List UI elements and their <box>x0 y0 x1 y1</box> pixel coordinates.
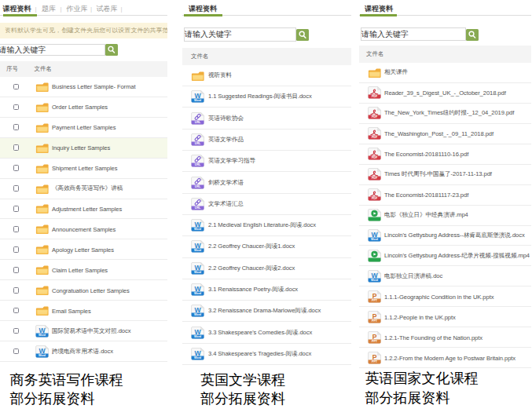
table-row[interactable]: WWord1.1 Suggested Readings-阅读书目.docx <box>182 86 351 108</box>
table-row[interactable]: WWord跨境电商常用术语.docx <box>0 341 167 362</box>
file-name[interactable]: Claim Letter Samples <box>52 266 108 273</box>
tab-question-bank[interactable]: 题库 <box>42 5 56 13</box>
table-row[interactable]: Email Samples <box>0 301 167 321</box>
table-row[interactable]: PDFThe Economist-20181117-23.pdf <box>359 185 531 206</box>
row-checkbox[interactable] <box>13 226 20 232</box>
table-row[interactable]: PPPT1.1.2-People in the UK.pptx <box>359 307 531 327</box>
tab-exam-bank[interactable]: 试卷库 <box>97 5 118 13</box>
table-row[interactable]: URL英语诗歌协会 <box>182 108 351 129</box>
row-checkbox[interactable] <box>13 246 20 253</box>
row-checkbox[interactable] <box>13 287 20 294</box>
file-name[interactable]: 剑桥文学术语 <box>208 179 244 187</box>
file-name[interactable]: 1.1 Suggested Readings-阅读书目.docx <box>208 93 312 100</box>
tab-course-materials[interactable]: 课程资料 <box>365 5 393 13</box>
table-row[interactable]: PDFThe_New_York_Times纽约时报-_12_04_2019.pd… <box>359 104 531 124</box>
table-row[interactable]: WWord国际贸易术语中英文对照.docx <box>0 321 167 341</box>
file-name[interactable]: 电影《独立日》中经典演讲.mp4 <box>384 211 468 219</box>
table-row[interactable]: URL英语文学学习指导 <box>182 151 351 172</box>
table-row[interactable]: Apology Letter Samples <box>0 239 167 260</box>
row-checkbox[interactable] <box>13 104 20 111</box>
file-name[interactable]: Payment Letter Samples <box>52 124 116 131</box>
table-row[interactable]: PDFThe Economist-20181110-16.pdf <box>359 144 531 165</box>
file-name[interactable]: Congratuation Letter Samples <box>52 286 130 294</box>
row-checkbox[interactable] <box>13 267 20 273</box>
table-row[interactable]: Claim Letter Samples <box>0 260 167 280</box>
table-row[interactable]: Adjustment Letter Samples <box>0 199 167 220</box>
table-row[interactable]: Business Letter Sample- Format <box>0 77 167 97</box>
row-checkbox[interactable] <box>13 348 20 355</box>
file-name[interactable]: 电影独立日演讲稿.doc <box>384 272 442 280</box>
file-name[interactable]: 《高效商务英语写作》讲稿 <box>52 184 123 192</box>
file-name[interactable]: 3.3 Shakespeare's Comedies-阅读.docx <box>208 329 312 337</box>
file-name[interactable]: 视听资料 <box>208 71 232 79</box>
file-name[interactable]: 1.2.2-From the Modern Age to Postwar Bri… <box>384 354 515 361</box>
file-name[interactable]: Adjustment Letter Samples <box>52 205 122 212</box>
search-button[interactable] <box>466 29 479 41</box>
file-name[interactable]: 1.1.2-People in the UK.pptx <box>384 313 456 320</box>
file-name[interactable]: Announcement Samples <box>52 225 116 232</box>
table-row[interactable]: WWord3.1 Renaissance Poetry-阅读.docx <box>182 279 351 301</box>
row-checkbox[interactable] <box>13 328 20 334</box>
file-name[interactable]: 2.1 Medieval English Literature-阅读.docx <box>208 221 316 229</box>
tab-course-materials[interactable]: 课程资料 <box>189 5 217 13</box>
table-row[interactable]: PPPT1.2.2-From the Modern Age to Postwar… <box>359 348 531 368</box>
file-name[interactable]: 1.2.1-The Founding of the Nation.pptx <box>384 334 482 341</box>
file-name[interactable]: Inquiry Letter Samples <box>52 144 110 151</box>
row-checkbox[interactable] <box>13 206 20 212</box>
file-name[interactable]: Apology Letter Samples <box>52 246 114 253</box>
file-name[interactable]: 文学术语汇总 <box>208 200 244 208</box>
file-name[interactable]: 相关课件 <box>384 68 408 76</box>
file-name[interactable]: 3.2 Renaissance Drama-Marlowe阅读.docx <box>208 307 321 315</box>
table-row[interactable]: Lincoln's Gettysburg Address-纪录片视频-搜狐视频.… <box>359 246 531 266</box>
row-checkbox[interactable] <box>13 308 20 314</box>
file-name[interactable]: Order Letter Samples <box>52 104 108 111</box>
file-name[interactable]: 1.1.1-Geographic Condition in the UK.ppt… <box>384 293 493 300</box>
row-checkbox[interactable] <box>13 144 20 151</box>
file-name[interactable]: 3.1 Renaissance Poetry-阅读.docx <box>208 286 298 294</box>
row-checkbox[interactable] <box>13 124 20 130</box>
file-name[interactable]: 2.2 Geoffrey Chaucer-阅读1.docx <box>208 243 295 250</box>
table-row[interactable]: Inquiry Letter Samples <box>0 138 167 159</box>
table-row[interactable]: WWord3.4 Shakespeare's Tragedies-阅读.docx <box>182 344 351 365</box>
table-row[interactable]: Order Letter Samples <box>0 97 167 118</box>
file-name[interactable]: The_New_York_Times纽约时报-_12_04_2019.pdf <box>384 109 514 117</box>
file-name[interactable]: Shipment Letter Samples <box>52 165 117 172</box>
search-button[interactable] <box>296 29 309 41</box>
table-row[interactable]: 相关课件 <box>359 63 531 83</box>
file-name[interactable]: Times 时代周刊-中国赢了-2017-11-13.pdf <box>384 170 492 178</box>
table-row[interactable]: PPPT1.2.1-The Founding of the Nation.ppt… <box>359 327 531 348</box>
table-row[interactable]: URL文学术语汇总 <box>182 194 351 215</box>
table-row[interactable]: WWord2.2 Geoffrey Chaucer-阅读1.docx <box>182 236 351 257</box>
file-name[interactable]: 英语诗歌协会 <box>208 115 244 122</box>
table-row[interactable]: PPPT1.1.1-Geographic Condition in the UK… <box>359 286 531 307</box>
table-row[interactable]: Announcement Samples <box>0 219 167 239</box>
table-row[interactable]: PDFReader_39_s_Digest_UK_-_October_2018.… <box>359 83 531 104</box>
table-row[interactable]: WWord3.2 Renaissance Drama-Marlowe阅读.doc… <box>182 301 351 322</box>
table-row[interactable]: Payment Letter Samples <box>0 118 167 138</box>
table-row[interactable]: 《高效商务英语写作》讲稿 <box>0 179 167 199</box>
row-checkbox[interactable] <box>13 165 20 171</box>
table-row[interactable]: WWord电影独立日演讲稿.doc <box>359 266 531 286</box>
file-name[interactable]: Email Samples <box>52 307 91 314</box>
table-row[interactable]: 视听资料 <box>182 65 351 86</box>
file-name[interactable]: The Economist-20181110-16.pdf <box>384 151 468 158</box>
table-row[interactable]: Congratuation Letter Samples <box>0 280 167 301</box>
row-checkbox[interactable] <box>13 84 20 90</box>
table-row[interactable]: WWord3.3 Shakespeare's Comedies-阅读.docx <box>182 322 351 343</box>
table-row[interactable]: 电影《独立日》中经典演讲.mp4 <box>359 206 531 226</box>
file-name[interactable]: The Economist-20181117-23.pdf <box>384 192 468 199</box>
file-name[interactable]: The_Washington_Post_-_09_11_2018.pdf <box>384 130 493 137</box>
file-name[interactable]: Business Letter Sample- Format <box>52 83 136 90</box>
file-name[interactable]: 跨境电商常用术语.docx <box>52 348 113 356</box>
file-name[interactable]: Reader_39_s_Digest_UK_-_October_2018.pdf <box>384 89 506 97</box>
file-name[interactable]: Lincoln's Gettysburg Address-纪录片视频-搜狐视频.… <box>384 252 530 260</box>
tab-course-materials[interactable]: 课程资料 <box>3 5 31 13</box>
file-name[interactable]: 英语文学学习指导 <box>208 157 255 165</box>
table-row[interactable]: WWord2.2 Geoffrey Chaucer-阅读2.docx <box>182 258 351 279</box>
file-name[interactable]: 3.4 Shakespeare's Tragedies-阅读.docx <box>208 350 311 358</box>
file-name[interactable]: Lincoln's Gettysburg Address--林肯葛底斯堡演说.d… <box>384 232 525 239</box>
table-row[interactable]: WWordLincoln's Gettysburg Address--林肯葛底斯… <box>359 226 531 246</box>
table-row[interactable]: WWord2.1 Medieval English Literature-阅读.… <box>182 215 351 236</box>
search-button[interactable] <box>105 44 118 56</box>
tab-homework-bank[interactable]: 作业库 <box>67 5 88 13</box>
